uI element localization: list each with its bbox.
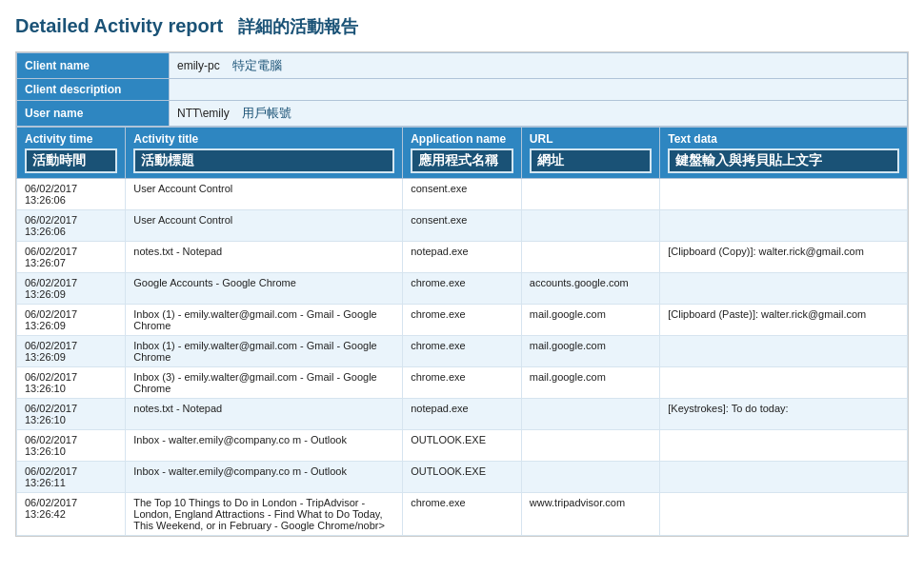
cell-text <box>660 430 908 462</box>
table-row: 06/02/2017 13:26:10Inbox (3) - emily.wal… <box>17 367 908 399</box>
client-description-row: Client description <box>17 79 908 101</box>
cell-text <box>660 210 908 242</box>
cell-app: chrome.exe <box>403 273 522 305</box>
header-url: URL 網址 <box>521 128 659 179</box>
cell-time: 06/02/2017 13:26:09 <box>17 273 126 305</box>
client-description-label: Client description <box>17 79 170 101</box>
table-row: 06/02/2017 13:26:06User Account Controlc… <box>17 179 908 210</box>
cell-time: 06/02/2017 13:26:10 <box>17 399 126 430</box>
cell-url: www.tripadvisor.com <box>521 493 659 536</box>
table-row: 06/02/2017 13:26:07notes.txt - Notepadno… <box>17 242 908 273</box>
cell-app: notepad.exe <box>403 399 522 430</box>
cell-url: accounts.google.com <box>521 273 659 305</box>
header-activity-time: Activity time 活動時間 <box>17 128 126 179</box>
report-container: Client name emily-pc 特定電腦 Client descrip… <box>15 51 909 537</box>
cell-text: [Clipboard (Copy)]: walter.rick@gmail.co… <box>660 242 908 273</box>
cell-title: Inbox (1) - emily.walter@gmail.com - Gma… <box>126 336 403 367</box>
client-info-table: Client name emily-pc 特定電腦 Client descrip… <box>16 52 908 127</box>
cell-title: Inbox (3) - emily.walter@gmail.com - Gma… <box>126 367 403 399</box>
cell-app: OUTLOOK.EXE <box>403 462 522 493</box>
table-row: 06/02/2017 13:26:11Inbox - walter.emily@… <box>17 462 908 493</box>
table-header-row: Activity time 活動時間 Activity title 活動標題 A… <box>17 128 908 179</box>
cell-time: 06/02/2017 13:26:09 <box>17 336 126 367</box>
activity-table: Activity time 活動時間 Activity title 活動標題 A… <box>16 127 908 536</box>
cell-url <box>521 242 659 273</box>
client-description-value <box>170 79 908 101</box>
cell-text <box>660 493 908 536</box>
client-info-section: Client name emily-pc 特定電腦 Client descrip… <box>16 52 908 127</box>
table-row: 06/02/2017 13:26:09Inbox (1) - emily.wal… <box>17 305 908 336</box>
cell-app: chrome.exe <box>403 336 522 367</box>
cell-time: 06/02/2017 13:26:09 <box>17 305 126 336</box>
cell-app: consent.exe <box>403 210 522 242</box>
cell-title: notes.txt - Notepad <box>126 399 403 430</box>
cell-text <box>660 367 908 399</box>
cell-url: mail.google.com <box>521 336 659 367</box>
client-name-value: emily-pc 特定電腦 <box>170 53 908 79</box>
user-name-label: User name <box>17 101 170 127</box>
cell-time: 06/02/2017 13:26:42 <box>17 493 126 536</box>
cell-time: 06/02/2017 13:26:07 <box>17 242 126 273</box>
cell-url <box>521 179 659 210</box>
table-row: 06/02/2017 13:26:10Inbox - walter.emily@… <box>17 430 908 462</box>
cell-url: mail.google.com <box>521 305 659 336</box>
cell-title: User Account Control <box>126 210 403 242</box>
cell-title: User Account Control <box>126 179 403 210</box>
cell-time: 06/02/2017 13:26:11 <box>17 462 126 493</box>
header-text-data: Text data 鍵盤輸入與拷貝貼上文字 <box>660 128 908 179</box>
cell-app: OUTLOOK.EXE <box>403 430 522 462</box>
cell-text: [Keystrokes]: To do today: <box>660 399 908 430</box>
cell-text <box>660 336 908 367</box>
cell-title: Inbox (1) - emily.walter@gmail.com - Gma… <box>126 305 403 336</box>
cell-title: Inbox - walter.emily@company.co m - Outl… <box>126 462 403 493</box>
cell-time: 06/02/2017 13:26:06 <box>17 179 126 210</box>
header-application-name: Application name 應用程式名稱 <box>403 128 522 179</box>
cell-app: consent.exe <box>403 179 522 210</box>
table-row: 06/02/2017 13:26:09Inbox (1) - emily.wal… <box>17 336 908 367</box>
cell-title: The Top 10 Things to Do in London - Trip… <box>126 493 403 536</box>
table-row: 06/02/2017 13:26:06User Account Controlc… <box>17 210 908 242</box>
page-title: Detailed Activity report 詳細的活動報告 <box>15 15 909 38</box>
client-name-label: Client name <box>17 53 170 79</box>
cell-url <box>521 462 659 493</box>
cell-title: notes.txt - Notepad <box>126 242 403 273</box>
header-activity-title: Activity title 活動標題 <box>126 128 403 179</box>
cell-title: Google Accounts - Google Chrome <box>126 273 403 305</box>
client-name-row: Client name emily-pc 特定電腦 <box>17 53 908 79</box>
cell-app: chrome.exe <box>403 493 522 536</box>
user-name-value: NTT\emily 用戶帳號 <box>170 101 908 127</box>
user-name-row: User name NTT\emily 用戶帳號 <box>17 101 908 127</box>
cell-time: 06/02/2017 13:26:10 <box>17 430 126 462</box>
cell-text <box>660 273 908 305</box>
cell-text <box>660 179 908 210</box>
cell-url <box>521 210 659 242</box>
table-row: 06/02/2017 13:26:10notes.txt - Notepadno… <box>17 399 908 430</box>
table-row: 06/02/2017 13:26:09Google Accounts - Goo… <box>17 273 908 305</box>
cell-app: chrome.exe <box>403 367 522 399</box>
cell-app: chrome.exe <box>403 305 522 336</box>
cell-url <box>521 430 659 462</box>
table-row: 06/02/2017 13:26:42The Top 10 Things to … <box>17 493 908 536</box>
cell-text: [Clipboard (Paste)]: walter.rick@gmail.c… <box>660 305 908 336</box>
cell-app: notepad.exe <box>403 242 522 273</box>
cell-title: Inbox - walter.emily@company.co m - Outl… <box>126 430 403 462</box>
cell-time: 06/02/2017 13:26:06 <box>17 210 126 242</box>
cell-url: mail.google.com <box>521 367 659 399</box>
cell-text <box>660 462 908 493</box>
cell-url <box>521 399 659 430</box>
cell-time: 06/02/2017 13:26:10 <box>17 367 126 399</box>
